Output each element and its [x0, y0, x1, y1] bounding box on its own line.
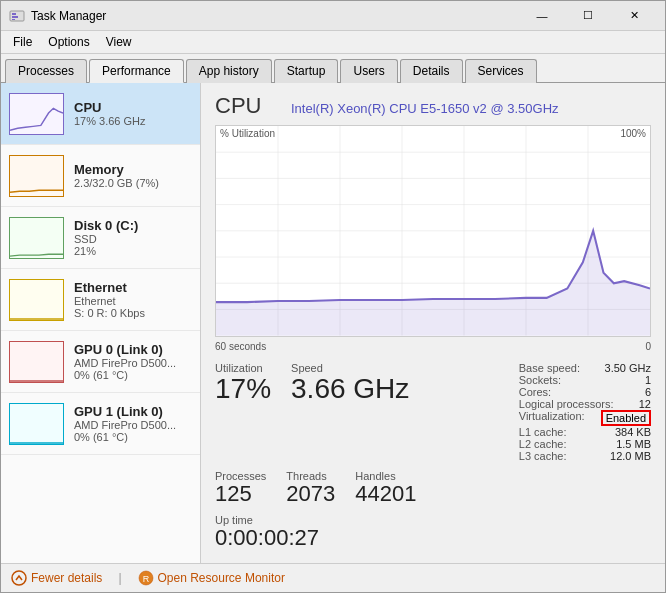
chart-zero-label: 0	[645, 341, 651, 352]
details-section: Base speed: 3.50 GHz Sockets: 1 Cores: 6…	[519, 362, 651, 462]
tab-startup[interactable]: Startup	[274, 59, 339, 83]
title-bar: Task Manager — ☐ ✕	[1, 1, 665, 31]
memory-info: Memory 2.3/32.0 GB (7%)	[74, 162, 192, 189]
disk-sub2: 21%	[74, 245, 192, 257]
processes-label: Processes	[215, 470, 266, 482]
app-icon	[9, 8, 25, 24]
svg-rect-6	[10, 218, 63, 258]
menu-file[interactable]: File	[5, 33, 40, 51]
sidebar-item-memory[interactable]: Memory 2.3/32.0 GB (7%)	[1, 145, 200, 207]
l1-key: L1 cache:	[519, 426, 567, 438]
sidebar-item-gpu0[interactable]: GPU 0 (Link 0) AMD FirePro D500... 0% (6…	[1, 331, 200, 393]
sockets-val: 1	[645, 374, 651, 386]
disk-mini-graph	[9, 217, 64, 259]
l2-row: L2 cache: 1.5 MB	[519, 438, 651, 450]
minimize-button[interactable]: —	[519, 1, 565, 31]
ethernet-sub2: S: 0 R: 0 Kbps	[74, 307, 192, 319]
cpu-panel-title: CPU	[215, 93, 275, 119]
cpu-info: CPU 17% 3.66 GHz	[74, 100, 192, 127]
gpu0-name: GPU 0 (Link 0)	[74, 342, 192, 357]
virt-key: Virtualization:	[519, 410, 585, 426]
svg-rect-7	[10, 280, 63, 320]
gpu1-info: GPU 1 (Link 0) AMD FirePro D500... 0% (6…	[74, 404, 192, 443]
utilization-value: 17%	[215, 374, 271, 405]
chevron-up-icon	[11, 570, 27, 586]
cores-row: Cores: 6	[519, 386, 651, 398]
tab-users[interactable]: Users	[340, 59, 397, 83]
cpu-model: Intel(R) Xeon(R) CPU E5-1650 v2 @ 3.50GH…	[291, 101, 559, 116]
sidebar-item-disk[interactable]: Disk 0 (C:) SSD 21%	[1, 207, 200, 269]
handles-stat: Handles 44201	[355, 470, 416, 506]
l1-row: L1 cache: 384 KB	[519, 426, 651, 438]
tab-details[interactable]: Details	[400, 59, 463, 83]
sockets-key: Sockets:	[519, 374, 561, 386]
logical-key: Logical processors:	[519, 398, 614, 410]
svg-rect-9	[10, 404, 63, 444]
handles-value: 44201	[355, 482, 416, 506]
resource-monitor-icon: R	[138, 570, 154, 586]
stats-row-2: Processes 125 Threads 2073 Handles 44201	[215, 470, 651, 506]
uptime-row: Up time 0:00:00:27	[215, 514, 651, 550]
sidebar-item-ethernet[interactable]: Ethernet Ethernet S: 0 R: 0 Kbps	[1, 269, 200, 331]
gpu0-sub2: 0% (61 °C)	[74, 369, 192, 381]
tab-app-history[interactable]: App history	[186, 59, 272, 83]
cores-val: 6	[645, 386, 651, 398]
svg-rect-2	[12, 16, 18, 18]
menu-view[interactable]: View	[98, 33, 140, 51]
svg-rect-8	[10, 342, 63, 382]
sidebar-item-gpu1[interactable]: GPU 1 (Link 0) AMD FirePro D500... 0% (6…	[1, 393, 200, 455]
cpu-panel: CPU Intel(R) Xeon(R) CPU E5-1650 v2 @ 3.…	[201, 83, 665, 563]
utilization-label: Utilization	[215, 362, 271, 374]
memory-name: Memory	[74, 162, 192, 177]
main-content: CPU 17% 3.66 GHz Memory 2.3/32.0 GB (7%)	[1, 83, 665, 563]
base-speed-val: 3.50 GHz	[605, 362, 651, 374]
cores-key: Cores:	[519, 386, 551, 398]
task-manager-window: Task Manager — ☐ ✕ File Options View Pro…	[0, 0, 666, 593]
l3-row: L3 cache: 12.0 MB	[519, 450, 651, 462]
fewer-details-link[interactable]: Fewer details	[11, 570, 102, 586]
uptime-value: 0:00:00:27	[215, 526, 319, 550]
logical-row: Logical processors: 12	[519, 398, 651, 410]
disk-name: Disk 0 (C:)	[74, 218, 192, 233]
open-resource-label: Open Resource Monitor	[158, 571, 285, 585]
l3-key: L3 cache:	[519, 450, 567, 462]
disk-info: Disk 0 (C:) SSD 21%	[74, 218, 192, 257]
l3-val: 12.0 MB	[610, 450, 651, 462]
close-button[interactable]: ✕	[611, 1, 657, 31]
gpu0-info: GPU 0 (Link 0) AMD FirePro D500... 0% (6…	[74, 342, 192, 381]
cpu-mini-graph	[9, 93, 64, 135]
window-controls: — ☐ ✕	[519, 1, 657, 31]
open-resource-monitor-link[interactable]: R Open Resource Monitor	[138, 570, 285, 586]
tab-processes[interactable]: Processes	[5, 59, 87, 83]
fewer-details-label: Fewer details	[31, 571, 102, 585]
speed-value: 3.66 GHz	[291, 374, 409, 405]
logical-val: 12	[639, 398, 651, 410]
speed-stat: Speed 3.66 GHz	[291, 362, 409, 462]
mem-mini-graph	[9, 155, 64, 197]
virt-val: Enabled	[601, 410, 651, 426]
tab-services[interactable]: Services	[465, 59, 537, 83]
cpu-chart-svg	[216, 126, 650, 336]
tab-performance[interactable]: Performance	[89, 59, 184, 83]
base-speed-key: Base speed:	[519, 362, 580, 374]
processes-stat: Processes 125	[215, 470, 266, 506]
svg-point-25	[12, 571, 26, 585]
sidebar-item-cpu[interactable]: CPU 17% 3.66 GHz	[1, 83, 200, 145]
maximize-button[interactable]: ☐	[565, 1, 611, 31]
chart-util-label: % Utilization	[220, 128, 275, 139]
sidebar: CPU 17% 3.66 GHz Memory 2.3/32.0 GB (7%)	[1, 83, 201, 563]
tab-bar: Processes Performance App history Startu…	[1, 54, 665, 83]
ethernet-name: Ethernet	[74, 280, 192, 295]
threads-stat: Threads 2073	[286, 470, 335, 506]
menu-options[interactable]: Options	[40, 33, 97, 51]
gpu0-sub1: AMD FirePro D500...	[74, 357, 192, 369]
threads-value: 2073	[286, 482, 335, 506]
sockets-row: Sockets: 1	[519, 374, 651, 386]
gpu1-mini-graph	[9, 403, 64, 445]
gpu1-sub1: AMD FirePro D500...	[74, 419, 192, 431]
l1-val: 384 KB	[615, 426, 651, 438]
eth-mini-graph	[9, 279, 64, 321]
stats-row-1: Utilization 17% Speed 3.66 GHz Base spee…	[215, 362, 651, 462]
chart-seconds-label: 60 seconds	[215, 341, 266, 352]
gpu1-sub2: 0% (61 °C)	[74, 431, 192, 443]
